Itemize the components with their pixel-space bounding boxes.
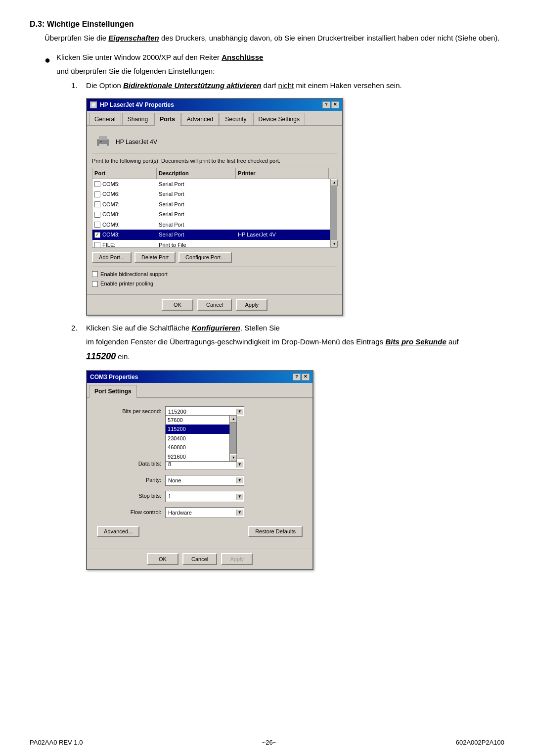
port-cell: COM5:	[92, 179, 157, 189]
table-row[interactable]: FILE: Print to File	[92, 240, 330, 248]
svg-rect-1	[99, 136, 107, 140]
table-row[interactable]: COM6: Serial Port	[92, 189, 330, 199]
dd-scroll-up[interactable]: ▲	[230, 416, 237, 423]
item2-bold: Konfigurieren	[192, 324, 240, 332]
bps-dropdown: 57600 115200 230400 460800 921600 ▲	[165, 415, 237, 462]
intro-bold: Eigenschaften	[108, 34, 159, 42]
advanced-button[interactable]: Advanced...	[97, 526, 139, 537]
hp-printer-name: HP LaserJet 4V	[116, 138, 157, 146]
hp-table-body: COM5: Serial Port COM6: Serial Port	[92, 179, 330, 248]
com3-ok-button[interactable]: OK	[147, 553, 178, 565]
cb-com5[interactable]	[94, 181, 100, 187]
tab-security[interactable]: Security	[220, 113, 252, 125]
item1-pre: Die Option	[86, 81, 123, 90]
item2-value-line: 115200 ein.	[86, 350, 459, 363]
cb-file[interactable]	[94, 242, 100, 248]
restore-defaults-button[interactable]: Restore Defaults	[248, 526, 303, 537]
item2-sub1: im folgenden Fenster die Übertragungs-ge…	[86, 337, 385, 346]
com3-titlebar-left: COM3 Properties	[90, 373, 138, 381]
com3-close-btn[interactable]: ✕	[302, 374, 310, 380]
configure-port-button[interactable]: Configure Port...	[178, 252, 232, 263]
flow-control-select[interactable]: Hardware ▼	[165, 507, 244, 519]
dropdown-item-115200[interactable]: 115200	[166, 425, 229, 434]
bidirectional-label: Enable bidirectional support	[100, 270, 168, 279]
stop-bits-arrow[interactable]: ▼	[236, 494, 243, 500]
table-row[interactable]: COM8: Serial Port	[92, 209, 330, 220]
cb-com6[interactable]	[94, 191, 100, 197]
flow-control-arrow[interactable]: ▼	[236, 510, 243, 516]
com3-help-btn[interactable]: ?	[293, 374, 301, 380]
com3-content: Bits per second: 115200 ▼	[87, 398, 312, 549]
table-body-wrapper: COM5: Serial Port COM6: Serial Port	[92, 179, 337, 248]
dropdown-item-460800[interactable]: 460800	[166, 443, 229, 452]
desc-cell: Serial Port	[157, 209, 236, 220]
tab-device-settings[interactable]: Device Settings	[253, 113, 305, 125]
cb-com9[interactable]	[94, 222, 100, 228]
bits-per-second-row: Bits per second: 115200 ▼	[97, 406, 303, 418]
dd-scroll-down[interactable]: ▼	[230, 454, 237, 461]
num-text-1: Die Option Bidirektionale Unterstützung …	[86, 80, 402, 92]
printer-cell	[236, 193, 330, 195]
bullet1-bold: Anschlüsse	[222, 53, 263, 61]
com3-apply-button[interactable]: Apply	[221, 553, 253, 565]
hp-help-btn[interactable]: ?	[322, 101, 330, 108]
desc-cell: Print to File	[157, 240, 236, 248]
desc-cell: Serial Port	[157, 179, 236, 189]
hp-close-btn[interactable]: ✕	[331, 101, 339, 108]
com3-tabs: Port Settings	[87, 383, 312, 398]
printer-cell	[236, 183, 330, 185]
parity-arrow[interactable]: ▼	[236, 477, 243, 483]
tab-port-settings[interactable]: Port Settings	[89, 385, 137, 398]
bullet-text-1: Klicken Sie unter Window 2000/XP auf den…	[56, 52, 504, 577]
hp-titlebar: 🖨 HP LaserJet 4V Properties ? ✕	[87, 99, 342, 111]
table-row[interactable]: COM3: Serial Port HP LaserJet 4V	[92, 230, 330, 240]
tab-sharing[interactable]: Sharing	[122, 113, 153, 125]
tab-general[interactable]: General	[89, 113, 121, 125]
intro-paragraph: Überprüfen Sie die Eigenschaften des Dru…	[44, 33, 504, 44]
table-row[interactable]: COM5: Serial Port	[92, 179, 330, 189]
scroll-up-btn[interactable]: ▲	[331, 179, 338, 186]
bidirectional-checkbox[interactable]	[92, 271, 98, 277]
footer-left: PA02AA0 REV 1.0	[30, 739, 83, 746]
bps-arrow[interactable]: ▼	[236, 409, 243, 415]
cb-com7[interactable]	[94, 201, 100, 207]
data-bits-arrow[interactable]: ▼	[236, 462, 243, 468]
table-row[interactable]: COM7: Serial Port	[92, 199, 330, 210]
hp-description: Print to the following port(s). Document…	[92, 157, 337, 165]
data-bits-label: Data bits:	[97, 459, 161, 468]
port-cell: COM9:	[92, 220, 157, 230]
intro-text: Überprüfen Sie die	[44, 34, 108, 42]
com3-cancel-button[interactable]: Cancel	[182, 553, 217, 565]
parity-select[interactable]: None ▼	[165, 475, 244, 486]
table-row[interactable]: COM9: Serial Port	[92, 220, 330, 230]
desc-cell: Serial Port	[157, 220, 236, 230]
cb-com8[interactable]	[94, 212, 100, 218]
add-port-button[interactable]: Add Port...	[92, 252, 132, 263]
pooling-checkbox[interactable]	[92, 281, 98, 287]
hp-separator	[92, 267, 337, 267]
printer-cell: HP LaserJet 4V	[236, 230, 330, 240]
hp-titlebar-left: 🖨 HP LaserJet 4V Properties	[90, 100, 174, 109]
hp-ok-button[interactable]: OK	[162, 299, 193, 311]
tab-ports[interactable]: Ports	[154, 113, 180, 126]
com3-titlebar-controls: ? ✕	[293, 374, 310, 380]
cb-com3[interactable]	[94, 232, 100, 238]
printer-col-header: Printer	[236, 168, 329, 179]
dropdown-item-57600[interactable]: 57600	[166, 416, 229, 425]
scroll-down-btn[interactable]: ▼	[331, 240, 338, 247]
tab-advanced[interactable]: Advanced	[181, 113, 219, 125]
stop-bits-select[interactable]: 1 ▼	[165, 491, 244, 502]
footer: PA02AA0 REV 1.0 ~26~ 602A002P2A100	[30, 739, 504, 746]
delete-port-button[interactable]: Delete Port	[134, 252, 176, 263]
stop-bits-value: 1	[167, 492, 236, 501]
table-scrollbar[interactable]: ▲ ▼	[330, 179, 337, 248]
item2-sub1-rest: auf	[446, 337, 459, 346]
dropdown-scrollbar[interactable]: ▲ ▼	[229, 416, 236, 462]
bps-label: Bits per second:	[97, 406, 161, 416]
hp-cancel-button[interactable]: Cancel	[197, 299, 232, 311]
dropdown-item-921600[interactable]: 921600	[166, 452, 229, 462]
bullet1-pre: Klicken Sie unter Window 2000/XP auf den…	[56, 53, 222, 61]
dropdown-item-230400[interactable]: 230400	[166, 434, 229, 443]
hp-apply-button[interactable]: Apply	[236, 299, 267, 311]
bullet1-sub: und überprüfen Sie die folgenden Einstel…	[56, 66, 504, 77]
